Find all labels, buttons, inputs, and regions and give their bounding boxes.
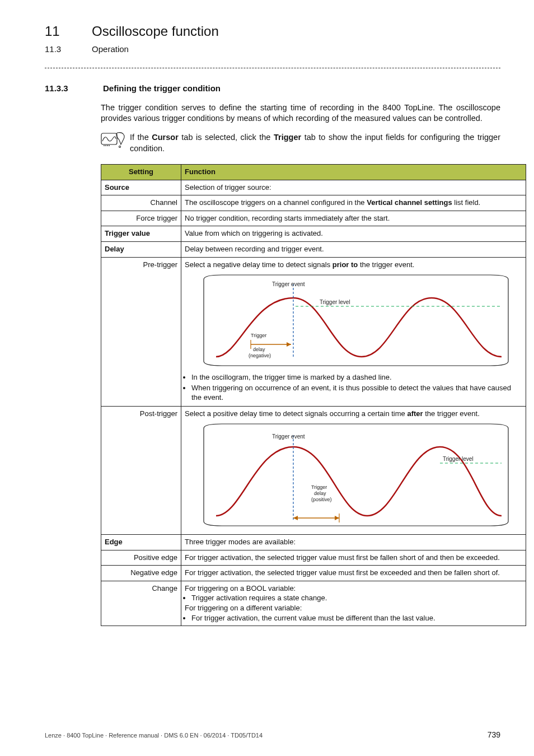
diagram-label-delay-l2: delay [253, 347, 265, 352]
svg-point-5 [119, 146, 121, 148]
oscilloscope-cursor-icon [101, 131, 127, 148]
svg-point-4 [109, 145, 110, 146]
diagram-label-trigger-level: Trigger level [443, 456, 474, 462]
diagram-label-delay-l3: (negative) [249, 353, 271, 358]
list-item: In the oscillogram, the trigger time is … [191, 372, 522, 382]
setting-function: No trigger condition, recording starts i… [181, 211, 526, 226]
tip-mid: tab is selected, click the [179, 133, 274, 142]
setting-function: Selection of trigger source: [181, 180, 526, 195]
subsection-number: 11.3 [45, 44, 90, 55]
table-row: Positive edge For trigger activation, th… [101, 550, 526, 566]
setting-label: Positive edge [101, 550, 181, 566]
diagram-label-delay-l3: (positive) [311, 497, 332, 502]
svg-point-1 [104, 145, 105, 146]
setting-function: Value from which on triggering is activa… [181, 226, 526, 242]
setting-function: Delay between recording and trigger even… [181, 242, 526, 258]
setting-label: Post-trigger [101, 406, 181, 535]
tip-trigger: Trigger [274, 133, 301, 142]
divider [45, 68, 500, 68]
col-header-setting: Setting [101, 165, 181, 180]
svg-marker-9 [287, 342, 291, 347]
footer-text: Lenze · 8400 TopLine · Reference manual … [45, 731, 263, 740]
text-bold: prior to [332, 260, 358, 269]
table-row: Edge Three trigger modes are available: [101, 535, 526, 550]
setting-label: Channel [101, 195, 181, 211]
diagram-label-trigger-event: Trigger event [272, 433, 305, 440]
setting-label: Edge [101, 535, 181, 550]
setting-label: Negative edge [101, 566, 181, 581]
setting-function: The oscilloscope triggers on a channel c… [181, 195, 526, 211]
page-footer: Lenze · 8400 TopLine · Reference manual … [45, 730, 500, 740]
diagram-label-trigger-event: Trigger event [272, 281, 305, 287]
svg-point-3 [107, 145, 108, 146]
text-bold: Vertical channel settings [367, 198, 452, 207]
col-header-function: Function [181, 165, 526, 180]
section-paragraph: The trigger condition serves to define t… [101, 102, 500, 124]
pre-trigger-diagram: Trigger level Trigger event Trigger dela… [185, 269, 522, 371]
table-row: Pre-trigger Select a negative delay time… [101, 257, 526, 406]
list-item: For trigger activation, the current valu… [191, 613, 522, 623]
post-trigger-diagram: Trigger level Trigger event Trigger dela… [185, 418, 522, 531]
text: the trigger event. [423, 409, 480, 418]
table-row: Change For triggering on a BOOL variable… [101, 581, 526, 626]
diagram-label-delay-l2: delay [314, 491, 326, 496]
table-row: Trigger value Value from which on trigge… [101, 226, 526, 242]
setting-function: Select a positive delay time to detect s… [181, 406, 526, 535]
setting-function: For trigger activation, the selected tri… [181, 566, 526, 581]
svg-point-2 [105, 145, 106, 146]
setting-label: Change [101, 581, 181, 626]
svg-marker-14 [293, 516, 298, 520]
tip-prefix: If the [130, 133, 152, 142]
setting-function: For trigger activation, the selected tri… [181, 550, 526, 566]
subsection-title: Operation [92, 44, 129, 55]
diagram-label-trigger-level: Trigger level [320, 299, 350, 305]
tip-cursor: Cursor [152, 133, 179, 142]
text: Select a positive delay time to detect s… [185, 409, 407, 418]
section-title: Defining the trigger condition [103, 83, 221, 94]
diagram-label-delay-l1: Trigger [251, 333, 266, 338]
text: For triggering on a BOOL variable: [185, 584, 522, 594]
setting-function: Three trigger modes are available: [181, 535, 526, 550]
page-number: 739 [488, 730, 500, 740]
setting-label: Delay [101, 242, 181, 258]
tip-text: If the Cursor tab is selected, click the… [130, 132, 500, 154]
diagram-label-delay-l1: Trigger [311, 484, 327, 490]
text: The oscilloscope triggers on a channel c… [185, 198, 367, 207]
setting-function: Select a negative delay time to detect s… [181, 257, 526, 406]
setting-label: Pre-trigger [101, 257, 181, 406]
text: list field. [452, 198, 481, 207]
settings-table: Setting Function Source Selection of tri… [101, 164, 526, 626]
table-row: Delay Delay between recording and trigge… [101, 242, 526, 258]
table-row: Negative edge For trigger activation, th… [101, 566, 526, 581]
table-row: Channel The oscilloscope triggers on a c… [101, 195, 526, 211]
setting-label: Source [101, 180, 181, 195]
section-number: 11.3.3 [45, 83, 101, 94]
chapter-title: Oscilloscope function [92, 22, 219, 40]
list-item: When triggering on occurrence of an even… [191, 383, 522, 403]
table-row: Source Selection of trigger source: [101, 180, 526, 195]
chapter-number: 11 [45, 22, 90, 40]
list-item: Trigger activation requires a state chan… [191, 593, 522, 603]
setting-label: Trigger value [101, 226, 181, 242]
setting-label: Force trigger [101, 211, 181, 226]
table-row: Post-trigger Select a positive delay tim… [101, 406, 526, 535]
text: For triggering on a different variable: [185, 603, 522, 613]
svg-marker-15 [335, 516, 339, 520]
text: the trigger event. [358, 260, 414, 269]
setting-function: For triggering on a BOOL variable: Trigg… [181, 581, 526, 626]
text-bold: after [407, 409, 423, 418]
text: Select a negative delay time to detect s… [185, 260, 332, 269]
table-row: Force trigger No trigger condition, reco… [101, 211, 526, 226]
